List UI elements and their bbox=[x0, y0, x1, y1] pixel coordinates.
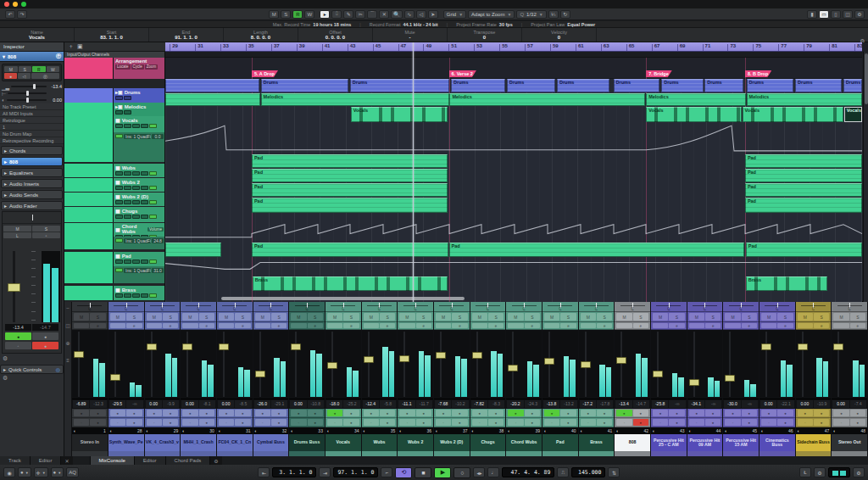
read-automation-button[interactable]: ● bbox=[219, 410, 234, 416]
channel-monitor-button[interactable]: ◦ bbox=[544, 419, 559, 426]
mixer-channel-fc04-ck-1-cn[interactable]: CMSe0.00-8.5●●◦●◐31FC04_CK_1_Cn bbox=[217, 302, 253, 456]
event[interactable]: Melodics bbox=[449, 93, 645, 106]
channel-record-button[interactable]: ● bbox=[525, 419, 540, 426]
read-automation-button[interactable]: ● bbox=[581, 410, 596, 416]
vscroll-thumb[interactable] bbox=[865, 53, 868, 104]
channel-fader-handle[interactable] bbox=[761, 343, 771, 350]
track-mini-button[interactable] bbox=[115, 124, 123, 128]
channel-name[interactable]: Cymbal Buss bbox=[253, 434, 289, 451]
solo-button[interactable]: S bbox=[126, 313, 142, 321]
mixer-channel-drums-buss[interactable]: CMSe0.00-10.8●●◦●◐33Drums Buss bbox=[289, 302, 326, 456]
channel-record-button[interactable]: ● bbox=[850, 419, 865, 426]
mute-button[interactable]: M bbox=[255, 313, 270, 321]
section-chords[interactable]: ▸Chords bbox=[1, 146, 63, 155]
channel-monitor-button[interactable]: ◦ bbox=[436, 419, 451, 426]
edit-channel-button[interactable]: e bbox=[560, 323, 576, 328]
track-mini-button[interactable] bbox=[141, 124, 148, 128]
edit-channel-button[interactable]: e bbox=[126, 323, 142, 328]
channel-name[interactable]: Wubs 2 bbox=[398, 434, 433, 451]
channel-pan-control[interactable]: C bbox=[72, 302, 108, 312]
event[interactable]: Drums bbox=[661, 79, 703, 92]
channel-monitor-button[interactable]: ◦ bbox=[255, 419, 270, 426]
channel-pan-control[interactable]: C bbox=[796, 302, 832, 312]
section-equalizers[interactable]: ▸Equalizers bbox=[1, 168, 63, 177]
fader-read-button[interactable]: ● bbox=[5, 332, 31, 340]
write-automation-button[interactable]: ● bbox=[488, 410, 504, 416]
edit-channel-button[interactable]: e bbox=[90, 323, 105, 328]
goto-left-locator-icon[interactable]: ⇤ bbox=[258, 467, 270, 477]
mixer-channel-percussive-hit-25-c-am[interactable]: CMSe-25.8-∞●●◦●◐43Percussive Hit 25 - C … bbox=[651, 302, 687, 456]
mute-button[interactable]: M bbox=[616, 313, 632, 321]
fader-pan-control[interactable] bbox=[3, 212, 61, 224]
mute-button[interactable]: M bbox=[725, 313, 740, 321]
channel-fader-handle[interactable] bbox=[833, 343, 843, 350]
fader-record-button[interactable]: ● bbox=[32, 342, 58, 349]
track-arrangement[interactable]: ArrangementLocateCycleZoom bbox=[64, 58, 165, 79]
mute-button[interactable]: M bbox=[472, 313, 487, 321]
solo-button[interactable]: S bbox=[416, 313, 431, 321]
write-automation-button[interactable]: ● bbox=[452, 410, 467, 416]
write-automation-button[interactable]: ● bbox=[669, 410, 684, 416]
automation-w-button[interactable]: W bbox=[304, 10, 314, 19]
channel-monitor-button[interactable]: ◦ bbox=[182, 419, 198, 426]
read-automation-button[interactable]: ● bbox=[761, 410, 776, 416]
mixer-channel-vk-4-crash3-v[interactable]: CMSe0.00-9.9●●◦●◐29VK_4_Crash3_v bbox=[145, 302, 181, 456]
record-enable-button[interactable]: ● bbox=[4, 73, 17, 79]
write-automation-button[interactable]: ● bbox=[633, 410, 648, 416]
qc-gear-icon[interactable]: ⚙ bbox=[0, 374, 64, 382]
write-automation-button[interactable]: ● bbox=[271, 410, 287, 416]
metronome-dropdown[interactable]: ✛▼ bbox=[34, 467, 48, 477]
mixer-channel-sidechain-buss[interactable]: CMSe0.00-10.9●●◦●◐47Sidechain Buss bbox=[796, 302, 832, 456]
channel-monitor-button[interactable]: ◦ bbox=[798, 419, 813, 426]
channel-record-button[interactable]: ● bbox=[742, 419, 757, 426]
event[interactable]: Melodics bbox=[261, 93, 449, 106]
cycle-button[interactable]: ⟲ bbox=[395, 467, 412, 478]
write-automation-button[interactable]: ● bbox=[850, 410, 865, 416]
channel-record-button[interactable]: ● bbox=[343, 419, 359, 426]
punch-in-icon[interactable]: ⌐ bbox=[381, 467, 392, 477]
read-automation-button[interactable]: ● bbox=[291, 410, 306, 416]
automation-lane-pad[interactable]: Ins: 1 QuadFilter - Pos31.0 bbox=[64, 266, 165, 283]
edit-channel-button[interactable]: e bbox=[235, 323, 250, 328]
solo-button[interactable]: S bbox=[669, 313, 684, 321]
channel-pan-control[interactable]: C bbox=[181, 302, 216, 312]
solo-button[interactable]: S bbox=[633, 313, 648, 321]
write-automation-button[interactable]: ● bbox=[126, 410, 142, 416]
event[interactable]: Pad bbox=[449, 243, 745, 257]
event[interactable] bbox=[165, 243, 221, 257]
channel-pan-control[interactable]: C bbox=[832, 302, 867, 312]
event[interactable]: Pad bbox=[745, 183, 862, 197]
solo-button[interactable]: S bbox=[525, 313, 540, 321]
channel-record-button[interactable]: ● bbox=[560, 419, 576, 426]
edit-channel-button[interactable]: e bbox=[814, 323, 829, 328]
channel-name[interactable]: MHH_1_Crash bbox=[181, 434, 216, 451]
write-automation-button[interactable]: ● bbox=[560, 410, 576, 416]
event[interactable]: Pad bbox=[252, 154, 448, 168]
mute-button[interactable]: M bbox=[689, 313, 704, 321]
insert-slot-button[interactable] bbox=[761, 323, 776, 328]
channel-record-button[interactable]: ● bbox=[669, 419, 684, 426]
channel-fader-handle[interactable] bbox=[255, 371, 265, 377]
read-automation-button[interactable]: ● bbox=[110, 410, 125, 416]
channel-pan-control[interactable]: C bbox=[217, 302, 253, 312]
channel-name[interactable]: Stereo Out bbox=[832, 434, 867, 451]
track-mini-button[interactable] bbox=[115, 293, 123, 298]
channel-pan-control[interactable]: C bbox=[615, 302, 650, 312]
event[interactable]: Drums bbox=[507, 79, 556, 92]
channel-name[interactable]: Sidechain Buss bbox=[796, 434, 832, 451]
insert-slot-button[interactable] bbox=[291, 323, 306, 328]
tool-6-icon[interactable]: 🔍 bbox=[391, 10, 403, 19]
inspector-item[interactable]: Retrospective Recording bbox=[0, 137, 64, 144]
tempo-stepper[interactable]: ⇅ bbox=[608, 467, 620, 477]
insert-slot-button[interactable] bbox=[653, 323, 668, 328]
track-filter-icon[interactable]: ▣ bbox=[77, 43, 83, 50]
channel-pan-control[interactable]: C bbox=[108, 302, 144, 312]
channel-fader-handle[interactable] bbox=[653, 371, 663, 377]
track-mini-button[interactable] bbox=[124, 186, 131, 190]
automation-read-button[interactable] bbox=[115, 268, 123, 272]
right-locator-display[interactable]: 97. 1. 1. 0 bbox=[333, 467, 378, 477]
write-automation-button[interactable]: ● bbox=[814, 410, 829, 416]
track-mini-button[interactable] bbox=[132, 293, 140, 298]
track-mini-button[interactable] bbox=[124, 171, 131, 176]
volume-slider[interactable] bbox=[11, 86, 47, 87]
